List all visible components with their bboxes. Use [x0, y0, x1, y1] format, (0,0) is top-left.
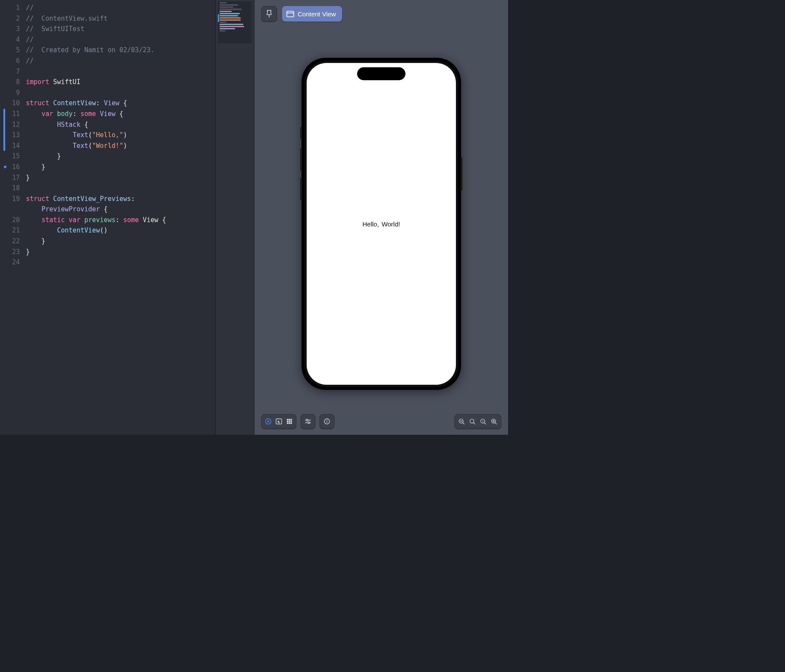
zoom-fit-icon	[469, 418, 476, 425]
preview-rendered-text: Hello, World!	[362, 220, 400, 228]
svg-rect-7	[291, 419, 292, 421]
preview-zoom-tools	[455, 414, 501, 429]
device-frame: Hello, World!	[301, 58, 461, 390]
svg-line-30	[495, 422, 497, 424]
svg-rect-9	[289, 421, 290, 422]
minimap[interactable]	[217, 1, 252, 44]
code-line[interactable]: ContentView()	[26, 225, 215, 236]
line-number: 19	[0, 194, 20, 204]
line-number: 14	[0, 141, 20, 151]
code-line[interactable]: struct ContentView: View {	[26, 98, 215, 109]
code-line[interactable]: //	[26, 56, 215, 66]
device-settings-button[interactable]	[301, 414, 315, 429]
live-preview-button[interactable]	[265, 418, 271, 424]
code-line[interactable]: }	[26, 236, 215, 247]
svg-line-27	[484, 422, 486, 424]
code-line[interactable]: //	[26, 35, 215, 45]
code-editor-pane[interactable]: 123456789101112131415161718192021222324 …	[0, 0, 216, 435]
text-hello: Hello,	[362, 220, 379, 228]
code-line[interactable]	[26, 183, 215, 194]
minimap-change-marker	[218, 14, 219, 22]
line-number: 9	[0, 88, 20, 98]
svg-line-25	[474, 422, 475, 424]
code-line[interactable]	[26, 88, 215, 98]
text-world: World!	[382, 220, 400, 228]
code-line[interactable]: }	[26, 151, 215, 162]
preview-left-tools	[261, 414, 334, 429]
variants-icon	[305, 418, 311, 424]
line-number: 4	[0, 35, 20, 45]
preview-topbar: Content View	[261, 6, 342, 22]
line-number: 11	[0, 109, 20, 119]
code-line[interactable]	[26, 66, 215, 77]
svg-rect-8	[287, 421, 289, 422]
device-volume-down	[300, 178, 302, 200]
code-line[interactable]: }	[26, 162, 215, 173]
line-number: 5	[0, 45, 20, 56]
code-line[interactable]: PreviewProvider {	[26, 204, 215, 215]
code-line[interactable]: //	[26, 3, 215, 13]
pin-icon	[266, 10, 273, 18]
line-number: 17	[0, 173, 20, 183]
dynamic-island	[357, 67, 405, 80]
line-number: 15	[0, 151, 20, 162]
preview-info-button[interactable]	[320, 414, 334, 429]
code-line[interactable]: // Created by Namit on 02/03/23.	[26, 45, 215, 56]
zoom-in-button[interactable]	[491, 418, 497, 425]
svg-point-28	[482, 421, 483, 421]
variants-grid-button[interactable]	[286, 418, 292, 424]
svg-rect-5	[287, 419, 289, 421]
code-line[interactable]: import SwiftUI	[26, 77, 215, 88]
selectable-preview-button[interactable]	[276, 418, 282, 424]
play-icon	[265, 418, 271, 424]
preview-canvas[interactable]: Hello, World!	[254, 0, 508, 435]
svg-point-19	[327, 420, 327, 421]
code-area[interactable]: 123456789101112131415161718192021222324 …	[0, 0, 215, 268]
device-power-button	[461, 157, 462, 191]
code-line[interactable]: HStack {	[26, 119, 215, 130]
code-line[interactable]: // SwiftUITest	[26, 24, 215, 35]
code-line[interactable]: static var previews: some View {	[26, 215, 215, 226]
zoom-out-button[interactable]	[458, 418, 465, 425]
device-volume-up	[300, 148, 302, 171]
line-number: 6	[0, 56, 20, 66]
line-number: 7	[0, 66, 20, 77]
preview-target-chip[interactable]: Content View	[282, 6, 342, 22]
zoom-group	[455, 414, 501, 429]
line-number: 10	[0, 98, 20, 109]
line-number: 2	[0, 13, 20, 24]
zoom-actual-button[interactable]	[480, 418, 487, 425]
line-number: 12	[0, 119, 20, 130]
change-indicator-bar	[3, 109, 5, 151]
preview-target-label: Content View	[298, 10, 336, 18]
device-mute-switch	[300, 127, 302, 139]
code-line[interactable]: var body: some View {	[26, 109, 215, 119]
line-number	[0, 204, 20, 215]
zoom-in-icon	[491, 418, 497, 425]
code-line[interactable]: }	[26, 173, 215, 183]
line-number: 20	[0, 215, 20, 226]
code-line[interactable]: // ContentView.swift	[26, 13, 215, 24]
zoom-out-icon	[458, 418, 465, 425]
preview-canvas-pane[interactable]: Content View Hello, World!	[254, 0, 508, 435]
svg-marker-3	[268, 420, 270, 423]
line-number: 3	[0, 24, 20, 35]
minimap-pane[interactable]	[216, 0, 254, 435]
line-number: 16	[0, 162, 20, 173]
device-screen[interactable]: Hello, World!	[307, 63, 456, 385]
code-content[interactable]: //// ContentView.swift// SwiftUITest////…	[26, 3, 215, 268]
svg-rect-13	[291, 423, 292, 424]
zoom-fit-button[interactable]	[469, 418, 476, 425]
code-line[interactable]: Text("World!")	[26, 141, 215, 151]
pin-preview-button[interactable]	[261, 6, 277, 22]
code-line[interactable]: Text("Hello,")	[26, 130, 215, 141]
window-icon	[286, 11, 294, 17]
line-number: 13	[0, 130, 20, 141]
grid-icon	[286, 418, 292, 424]
code-line[interactable]: }	[26, 247, 215, 257]
line-number: 24	[0, 257, 20, 268]
code-line[interactable]	[26, 257, 215, 268]
svg-point-15	[306, 419, 308, 421]
code-line[interactable]: struct ContentView_Previews:	[26, 194, 215, 204]
xcode-window: 123456789101112131415161718192021222324 …	[0, 0, 508, 435]
